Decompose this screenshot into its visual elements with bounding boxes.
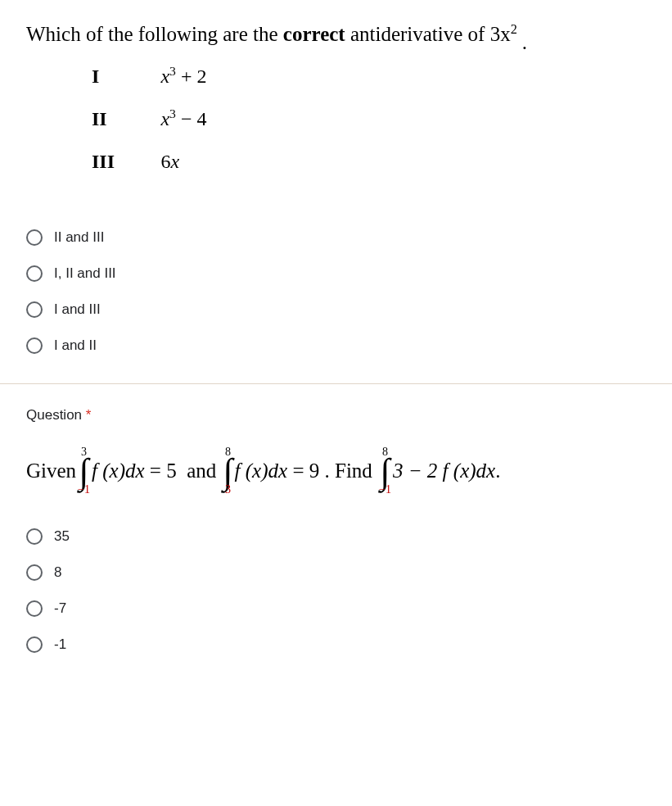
q1-stem-suffix: antiderivative of — [345, 23, 490, 45]
radio-icon — [26, 636, 43, 653]
q1-i1-exp: 3 — [169, 64, 176, 78]
int3-lower: −1 — [379, 484, 391, 496]
q1-math-base: 3x — [490, 23, 511, 45]
radio-icon — [26, 265, 43, 282]
q1-stem-bold: correct — [283, 23, 345, 45]
q2-option-4-label: -1 — [54, 636, 66, 653]
q1-i1-tail: + 2 — [176, 66, 207, 87]
q1-item-3: III 6x — [92, 151, 646, 193]
q2-eq2: = 9 . Find — [287, 460, 377, 482]
integral-1: 3 ∫ −1 — [78, 446, 90, 496]
q1-i1-base: x — [160, 66, 169, 87]
q2-option-3-label: -7 — [54, 600, 66, 617]
q1-item-2-num: II — [92, 108, 157, 130]
q2-option-1-label: 35 — [54, 528, 70, 545]
integral-icon: ∫ — [223, 458, 233, 486]
q1-item-1-expr: x3 + 2 — [160, 66, 206, 88]
q1-option-4-label: I and II — [54, 337, 97, 354]
question-2: Question * Given 3 ∫ −1 f (x)dx = 5 and … — [0, 384, 672, 682]
question-1: Which of the following are the correct a… — [0, 0, 672, 384]
q1-option-1[interactable]: II and III — [26, 220, 646, 256]
q1-i2-tail: − 4 — [176, 108, 207, 129]
q1-item-2: II x3 − 4 — [92, 108, 646, 151]
q2-option-1[interactable]: 35 — [26, 518, 646, 555]
radio-icon — [26, 229, 43, 246]
q1-i2-exp: 3 — [169, 106, 176, 120]
q2-fx2: f (x)dx — [235, 460, 288, 482]
q2-header-text: Question — [26, 407, 82, 423]
integral-icon: ∫ — [79, 458, 89, 486]
q1-item-1-num: I — [92, 66, 157, 88]
int2-lower: 3 — [225, 484, 231, 496]
radio-icon — [26, 337, 43, 354]
q1-stem-prefix: Which of the following are the — [26, 23, 283, 45]
q1-stem: Which of the following are the correct a… — [26, 23, 646, 46]
radio-icon — [26, 564, 43, 581]
q1-i2-base: x — [160, 108, 169, 129]
radio-icon — [26, 528, 43, 545]
radio-icon — [26, 600, 43, 617]
q1-option-3[interactable]: I and III — [26, 292, 646, 328]
q2-header: Question * — [26, 407, 646, 423]
required-icon: * — [86, 407, 92, 423]
q2-fx1: f (x)dx — [92, 460, 145, 482]
q1-math-exp: 2 — [511, 22, 517, 37]
q2-option-2[interactable]: 8 — [26, 555, 646, 591]
q1-item-3-num: III — [92, 151, 157, 173]
integral-icon: ∫ — [381, 458, 390, 486]
q1-dot: . — [522, 31, 527, 53]
q2-given: Given — [26, 460, 76, 482]
q1-i3-tail: x — [170, 151, 179, 172]
q1-item-1: I x3 + 2 — [92, 66, 646, 108]
q1-option-1-label: II and III — [54, 229, 104, 246]
q1-i3-base: 6 — [160, 151, 170, 172]
q1-option-3-label: I and III — [54, 301, 101, 318]
q2-option-4[interactable]: -1 — [26, 627, 646, 663]
q2-fx3: 3 − 2 f (x)dx — [393, 460, 495, 482]
q2-option-2-label: 8 — [54, 564, 61, 581]
q2-eq1: = 5 and — [145, 460, 222, 482]
integral-3: 8 ∫ −1 — [379, 446, 391, 496]
integral-2: 8 ∫ 3 — [223, 446, 233, 496]
int1-lower: −1 — [78, 484, 90, 496]
q1-item-2-expr: x3 − 4 — [160, 108, 206, 130]
q1-option-4[interactable]: I and II — [26, 328, 646, 364]
q1-option-2-label: I, II and III — [54, 265, 116, 282]
q1-item-3-expr: 6x — [160, 151, 179, 173]
q2-fx3-text: 3 − 2 f (x)dx — [393, 460, 495, 482]
q2-dot: . — [495, 460, 500, 482]
q2-option-3[interactable]: -7 — [26, 591, 646, 627]
q1-math: 3x2 — [490, 23, 517, 45]
q2-stem: Given 3 ∫ −1 f (x)dx = 5 and 8 ∫ 3 f (x)… — [26, 446, 646, 496]
radio-icon — [26, 301, 43, 318]
q1-option-2[interactable]: I, II and III — [26, 256, 646, 292]
q1-items: I x3 + 2 II x3 − 4 III 6x — [92, 66, 646, 193]
